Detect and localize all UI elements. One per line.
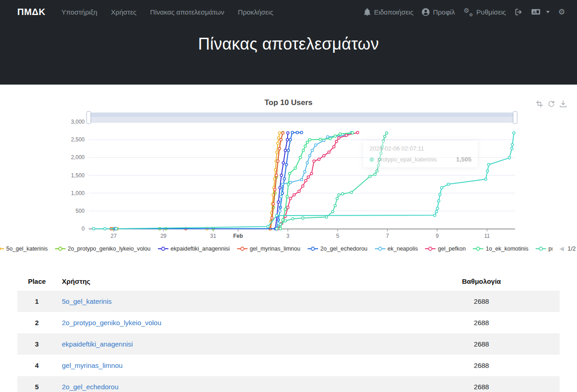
svg-text:9: 9: [435, 233, 439, 239]
table-row: 1 5o_gel_katerinis 2688: [17, 291, 560, 312]
legend-item-ekpaideftiki_anagennisi[interactable]: ekpaideftiki_anagennisi: [157, 246, 230, 252]
legend-items: 5o_gel_katerinis2o_protypo_geniko_lykeio…: [0, 246, 552, 252]
chart-axes: 272931Feb357911: [89, 229, 515, 240]
nav-link-users[interactable]: Χρήστες: [105, 5, 142, 19]
svg-text:2,000: 2,000: [71, 154, 85, 161]
user-cell: 2o_gel_echedorou: [56, 376, 403, 392]
score-cell: 2688: [403, 333, 560, 355]
user-cell: 5o_gel_katerinis: [56, 291, 403, 312]
notifications-button[interactable]: Ειδοποιήσεις: [364, 8, 413, 16]
score-cell: 2688: [403, 376, 560, 392]
user-link[interactable]: 5o_gel_katerinis: [62, 297, 111, 305]
legend-item-ek_neapolis[interactable]: ek_neapolis: [375, 246, 418, 252]
legend-prev-icon[interactable]: ◀: [559, 245, 564, 252]
legend-pager: ◀ 1/2 ▶: [559, 245, 577, 252]
logout-icon: [515, 8, 522, 16]
header-user: Χρήστης: [56, 275, 403, 291]
bell-icon: [364, 8, 371, 16]
navbar: ΠΜΔΚ Υποστήριξη Χρήστες Πίνακας αποτελεσ…: [0, 0, 577, 24]
svg-text:2,500: 2,500: [71, 136, 85, 143]
gears-icon: ⚙⚙: [464, 8, 473, 16]
svg-text:1,000: 1,000: [71, 190, 85, 196]
legend-item-gel_pefkon[interactable]: gel_pefkon: [425, 246, 466, 252]
rank-cell: 3: [17, 333, 56, 355]
nav-link-challenges[interactable]: Προκλήσεις: [232, 5, 279, 19]
svg-text:500: 500: [76, 208, 85, 214]
legend-item-5o_gel_katerinis[interactable]: 5o_gel_katerinis: [0, 246, 48, 252]
svg-text:11: 11: [484, 233, 490, 239]
user-link[interactable]: 2o_gel_echedorou: [62, 383, 118, 391]
rank-cell: 4: [17, 355, 56, 376]
notifications-label: Ειδοποιήσεις: [374, 8, 413, 16]
leaderboard-table: Place Χρήστης Βαθμολογία 1 5o_gel_kateri…: [17, 275, 560, 392]
score-cell: 2688: [403, 355, 560, 376]
chart-section: Top 10 Users 05001,0001,5002,0002,5003,0…: [0, 95, 577, 257]
table-row: 4 gel_myrinas_limnou 2688: [17, 355, 560, 376]
user-link[interactable]: ekpaideftiki_anagennisi: [62, 340, 133, 348]
chart-gridlines: 05001,0001,5002,0002,5003,000: [71, 119, 515, 232]
svg-text:3: 3: [286, 233, 289, 239]
person-icon: [422, 8, 430, 16]
admin-settings-button[interactable]: ⚙: [558, 8, 565, 16]
user-cell: 2o_protypo_geniko_lykeio_volou: [56, 312, 403, 333]
table-row: 5 2o_gel_echedorou 2688: [17, 376, 560, 392]
table-row: 3 ekpaideftiki_anagennisi 2688: [17, 333, 560, 355]
svg-text:Feb: Feb: [233, 233, 243, 239]
chart-series: [92, 131, 515, 230]
nav-right: Ειδοποιήσεις Προφίλ ⚙⚙ Ρυθμίσεις A ⚙: [364, 8, 565, 16]
language-dropdown[interactable]: A: [531, 8, 550, 15]
datazoom-handle-left[interactable]: [87, 111, 91, 124]
page-title: Πίνακας αποτελεσμάτων: [198, 24, 379, 54]
logout-button[interactable]: [515, 8, 522, 16]
rank-cell: 5: [17, 376, 56, 392]
nav-link-support[interactable]: Υποστήριξη: [56, 5, 103, 19]
svg-text:1,500: 1,500: [71, 172, 85, 179]
svg-text:27: 27: [111, 233, 117, 239]
rank-cell: 1: [17, 291, 56, 312]
svg-text:0: 0: [81, 226, 85, 232]
legend-item-2o_gel_echedorou[interactable]: 2o_gel_echedorou: [307, 246, 368, 252]
score-cell: 2688: [403, 312, 560, 333]
line-chart: 05001,0001,5002,0002,5003,000 272931Feb3…: [0, 106, 577, 242]
rank-cell: 2: [17, 312, 56, 333]
svg-text:31: 31: [210, 233, 217, 239]
profile-button[interactable]: Προφίλ: [422, 8, 455, 16]
svg-text:7: 7: [386, 233, 389, 239]
chevron-down-icon: [546, 11, 550, 13]
svg-text:29: 29: [160, 233, 167, 239]
translate-icon: A: [531, 8, 541, 15]
svg-text:5: 5: [336, 233, 339, 239]
table-row: 2 2o_protypo_geniko_lykeio_volou 2688: [17, 312, 560, 333]
legend-item-1o_ek_komotinis[interactable]: 1o_ek_komotinis: [472, 246, 528, 252]
legend-item-protypo_epal_katerinis[interactable]: protypo_epal_katerinis: [535, 246, 552, 252]
datazoom-handle-right[interactable]: [513, 111, 517, 124]
chart-legend: 5o_gel_katerinis2o_protypo_geniko_lykeio…: [0, 245, 577, 252]
brand[interactable]: ΠΜΔΚ: [17, 7, 46, 17]
settings-button[interactable]: ⚙⚙ Ρυθμίσεις: [464, 8, 506, 16]
legend-item-gel_myrinas_limnou[interactable]: gel_myrinas_limnou: [237, 246, 300, 252]
header-score: Βαθμολογία: [403, 275, 560, 291]
legend-page-indicator: 1/2: [567, 245, 576, 252]
nav-link-leaderboard[interactable]: Πίνακας αποτελεσμάτων: [144, 5, 230, 19]
hero: Πίνακας αποτελεσμάτων: [0, 24, 577, 85]
settings-label: Ρυθμίσεις: [476, 8, 506, 16]
datazoom-slider[interactable]: [87, 111, 517, 124]
user-cell: ekpaideftiki_anagennisi: [56, 333, 403, 355]
nav-links: Υποστήριξη Χρήστες Πίνακας αποτελεσμάτων…: [56, 5, 279, 19]
user-link[interactable]: gel_myrinas_limnou: [62, 362, 122, 369]
score-cell: 2688: [403, 291, 560, 312]
svg-text:A: A: [532, 10, 536, 15]
header-place: Place: [17, 275, 56, 291]
leaderboard-table-wrap: Place Χρήστης Βαθμολογία 1 5o_gel_kateri…: [17, 275, 560, 392]
user-link[interactable]: 2o_protypo_geniko_lykeio_volou: [62, 319, 162, 327]
user-cell: gel_myrinas_limnou: [56, 355, 403, 376]
legend-item-2o_protypo_geniko_lykeio_volou[interactable]: 2o_protypo_geniko_lykeio_volou: [55, 246, 151, 252]
profile-label: Προφίλ: [433, 8, 455, 16]
gear-icon: ⚙: [558, 8, 565, 16]
svg-text:3,000: 3,000: [71, 119, 85, 125]
